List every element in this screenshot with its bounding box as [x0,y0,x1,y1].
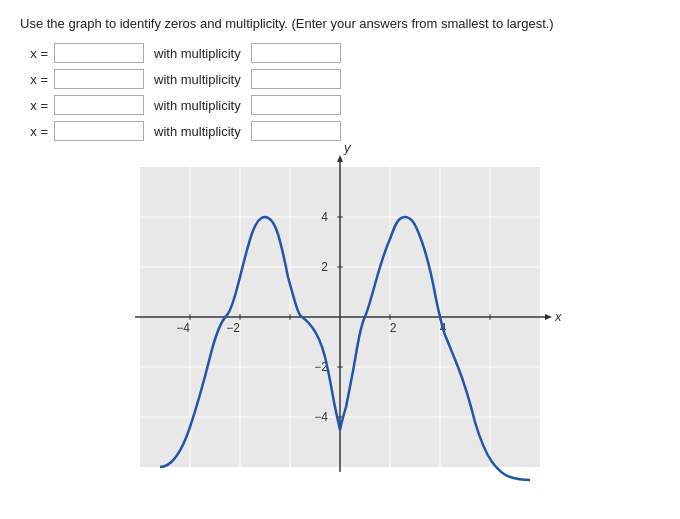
eq-text-4: with multiplicity [154,124,241,139]
y-axis-label: y [343,140,352,155]
equation-row-4: x = with multiplicity [20,121,660,141]
eq-text-2: with multiplicity [154,72,241,87]
eq-input-x3[interactable] [54,95,144,115]
equation-row-3: x = with multiplicity [20,95,660,115]
eq-input-mult2[interactable] [251,69,341,89]
eq-input-mult4[interactable] [251,121,341,141]
eq-input-x1[interactable] [54,43,144,63]
x-axis-label: x [554,309,562,324]
y-label-pos4: 4 [321,210,328,224]
y-label-pos2: 2 [321,260,328,274]
eq-input-mult3[interactable] [251,95,341,115]
eq-label-2: x = [20,72,48,87]
eq-input-x4[interactable] [54,121,144,141]
equation-row-2: x = with multiplicity [20,69,660,89]
x-label-neg4: −4 [176,321,190,335]
equation-row-1: x = with multiplicity [20,43,660,63]
eq-input-mult1[interactable] [251,43,341,63]
x-label-neg2: −2 [226,321,240,335]
y-axis-arrow [337,155,343,162]
graph-container: −4 −2 2 4 4 2 −2 −4 x y [20,157,660,477]
eq-label-1: x = [20,46,48,61]
y-label-neg4: −4 [314,410,328,424]
x-axis-arrow [545,314,552,320]
graph-svg: −4 −2 2 4 4 2 −2 −4 x y [130,157,550,477]
x-label-pos2: 2 [390,321,397,335]
eq-label-4: x = [20,124,48,139]
eq-text-3: with multiplicity [154,98,241,113]
eq-input-x2[interactable] [54,69,144,89]
instructions-text: Use the graph to identify zeros and mult… [20,16,660,31]
eq-label-3: x = [20,98,48,113]
equations-container: x = with multiplicity x = with multiplic… [20,43,660,141]
eq-text-1: with multiplicity [154,46,241,61]
